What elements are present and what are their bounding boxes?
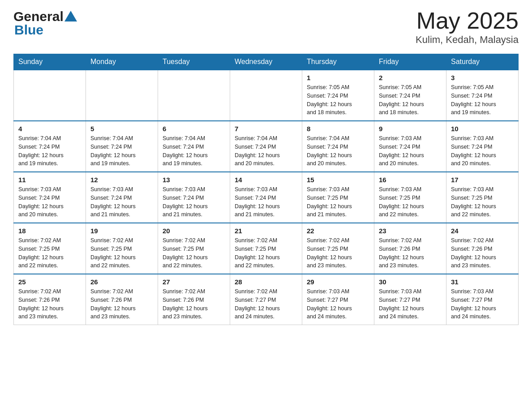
calendar-day-10: 10Sunrise: 7:03 AMSunset: 7:24 PMDayligh… <box>446 121 519 172</box>
day-number: 16 <box>379 176 442 184</box>
day-info: Sunrise: 7:04 AMSunset: 7:24 PMDaylight:… <box>163 134 225 168</box>
day-info: Sunrise: 7:04 AMSunset: 7:24 PMDaylight:… <box>90 134 153 168</box>
calendar-day-30: 30Sunrise: 7:03 AMSunset: 7:27 PMDayligh… <box>374 274 446 325</box>
logo: General Blue <box>13 9 77 38</box>
day-number: 31 <box>451 278 514 286</box>
day-number: 1 <box>307 74 369 81</box>
day-info: Sunrise: 7:05 AMSunset: 7:24 PMDaylight:… <box>451 83 514 117</box>
day-info: Sunrise: 7:02 AMSunset: 7:26 PMDaylight:… <box>18 287 81 321</box>
logo-blue-text: Blue <box>14 22 43 37</box>
day-info: Sunrise: 7:04 AMSunset: 7:24 PMDaylight:… <box>307 134 369 168</box>
calendar-day-16: 16Sunrise: 7:03 AMSunset: 7:25 PMDayligh… <box>374 172 446 223</box>
day-info: Sunrise: 7:02 AMSunset: 7:26 PMDaylight:… <box>451 236 514 270</box>
day-number: 6 <box>163 125 225 133</box>
day-info: Sunrise: 7:03 AMSunset: 7:25 PMDaylight:… <box>379 185 442 219</box>
day-number: 19 <box>90 227 153 235</box>
day-number: 25 <box>18 278 81 286</box>
day-number: 5 <box>90 125 153 133</box>
day-info: Sunrise: 7:04 AMSunset: 7:24 PMDaylight:… <box>18 134 81 168</box>
day-number: 13 <box>163 176 225 184</box>
day-info: Sunrise: 7:03 AMSunset: 7:27 PMDaylight:… <box>307 287 369 321</box>
day-number: 2 <box>379 74 442 81</box>
calendar-week-row: 18Sunrise: 7:02 AMSunset: 7:25 PMDayligh… <box>14 223 519 274</box>
calendar-day-20: 20Sunrise: 7:02 AMSunset: 7:25 PMDayligh… <box>158 223 230 274</box>
day-number: 29 <box>307 278 369 286</box>
weekday-header-saturday: Saturday <box>446 54 519 70</box>
day-info: Sunrise: 7:02 AMSunset: 7:25 PMDaylight:… <box>163 236 225 270</box>
calendar-day-26: 26Sunrise: 7:02 AMSunset: 7:26 PMDayligh… <box>86 274 158 325</box>
logo-triangle-icon <box>64 11 77 21</box>
calendar-day-6: 6Sunrise: 7:04 AMSunset: 7:24 PMDaylight… <box>158 121 230 172</box>
calendar-day-28: 28Sunrise: 7:02 AMSunset: 7:27 PMDayligh… <box>230 274 302 325</box>
calendar-day-13: 13Sunrise: 7:03 AMSunset: 7:24 PMDayligh… <box>158 172 230 223</box>
calendar-week-row: 11Sunrise: 7:03 AMSunset: 7:24 PMDayligh… <box>14 172 519 223</box>
day-number: 22 <box>307 227 369 235</box>
calendar-day-21: 21Sunrise: 7:02 AMSunset: 7:25 PMDayligh… <box>230 223 302 274</box>
day-info: Sunrise: 7:02 AMSunset: 7:25 PMDaylight:… <box>18 236 81 270</box>
calendar-day-5: 5Sunrise: 7:04 AMSunset: 7:24 PMDaylight… <box>86 121 158 172</box>
logo-general-text: General <box>13 9 64 24</box>
weekday-header-monday: Monday <box>86 54 158 70</box>
day-number: 30 <box>379 278 442 286</box>
day-number: 26 <box>90 278 153 286</box>
calendar-day-29: 29Sunrise: 7:03 AMSunset: 7:27 PMDayligh… <box>302 274 374 325</box>
calendar-day-3: 3Sunrise: 7:05 AMSunset: 7:24 PMDaylight… <box>446 70 519 121</box>
weekday-header-sunday: Sunday <box>14 54 86 70</box>
svg-marker-0 <box>64 11 77 21</box>
calendar-day-11: 11Sunrise: 7:03 AMSunset: 7:24 PMDayligh… <box>14 172 86 223</box>
day-info: Sunrise: 7:03 AMSunset: 7:24 PMDaylight:… <box>18 185 81 219</box>
day-number: 4 <box>18 125 81 133</box>
day-number: 20 <box>163 227 225 235</box>
weekday-header-row: SundayMondayTuesdayWednesdayThursdayFrid… <box>14 54 519 70</box>
weekday-header-friday: Friday <box>374 54 446 70</box>
day-number: 23 <box>379 227 442 235</box>
day-number: 3 <box>451 74 514 81</box>
calendar-day-14: 14Sunrise: 7:03 AMSunset: 7:24 PMDayligh… <box>230 172 302 223</box>
calendar-day-12: 12Sunrise: 7:03 AMSunset: 7:24 PMDayligh… <box>86 172 158 223</box>
title-area: May 2025 Kulim, Kedah, Malaysia <box>416 9 519 46</box>
day-info: Sunrise: 7:02 AMSunset: 7:25 PMDaylight:… <box>90 236 153 270</box>
page-header: General Blue May 2025 Kulim, Kedah, Mala… <box>13 9 519 46</box>
day-number: 27 <box>163 278 225 286</box>
calendar-day-18: 18Sunrise: 7:02 AMSunset: 7:25 PMDayligh… <box>14 223 86 274</box>
calendar-day-9: 9Sunrise: 7:03 AMSunset: 7:24 PMDaylight… <box>374 121 446 172</box>
calendar-day-24: 24Sunrise: 7:02 AMSunset: 7:26 PMDayligh… <box>446 223 519 274</box>
calendar-week-row: 4Sunrise: 7:04 AMSunset: 7:24 PMDaylight… <box>14 121 519 172</box>
calendar-day-23: 23Sunrise: 7:02 AMSunset: 7:26 PMDayligh… <box>374 223 446 274</box>
weekday-header-tuesday: Tuesday <box>158 54 230 70</box>
calendar-day-empty <box>86 70 158 121</box>
day-number: 14 <box>235 176 297 184</box>
day-info: Sunrise: 7:05 AMSunset: 7:24 PMDaylight:… <box>307 83 369 117</box>
day-info: Sunrise: 7:03 AMSunset: 7:24 PMDaylight:… <box>451 134 514 168</box>
calendar-day-empty <box>158 70 230 121</box>
calendar-day-2: 2Sunrise: 7:05 AMSunset: 7:24 PMDaylight… <box>374 70 446 121</box>
day-info: Sunrise: 7:04 AMSunset: 7:24 PMDaylight:… <box>235 134 297 168</box>
day-number: 7 <box>235 125 297 133</box>
calendar-day-22: 22Sunrise: 7:02 AMSunset: 7:25 PMDayligh… <box>302 223 374 274</box>
day-info: Sunrise: 7:03 AMSunset: 7:27 PMDaylight:… <box>379 287 442 321</box>
day-info: Sunrise: 7:02 AMSunset: 7:26 PMDaylight:… <box>379 236 442 270</box>
day-number: 9 <box>379 125 442 133</box>
day-info: Sunrise: 7:03 AMSunset: 7:24 PMDaylight:… <box>90 185 153 219</box>
day-number: 15 <box>307 176 369 184</box>
day-info: Sunrise: 7:03 AMSunset: 7:24 PMDaylight:… <box>163 185 225 219</box>
day-info: Sunrise: 7:03 AMSunset: 7:24 PMDaylight:… <box>379 134 442 168</box>
day-number: 12 <box>90 176 153 184</box>
calendar-day-1: 1Sunrise: 7:05 AMSunset: 7:24 PMDaylight… <box>302 70 374 121</box>
calendar-day-17: 17Sunrise: 7:03 AMSunset: 7:25 PMDayligh… <box>446 172 519 223</box>
day-number: 18 <box>18 227 81 235</box>
weekday-header-wednesday: Wednesday <box>230 54 302 70</box>
calendar-week-row: 1Sunrise: 7:05 AMSunset: 7:24 PMDaylight… <box>14 70 519 121</box>
day-number: 21 <box>235 227 297 235</box>
calendar-table: SundayMondayTuesdayWednesdayThursdayFrid… <box>13 54 519 325</box>
day-number: 11 <box>18 176 81 184</box>
day-info: Sunrise: 7:02 AMSunset: 7:27 PMDaylight:… <box>235 287 297 321</box>
day-info: Sunrise: 7:02 AMSunset: 7:25 PMDaylight:… <box>235 236 297 270</box>
day-info: Sunrise: 7:05 AMSunset: 7:24 PMDaylight:… <box>379 83 442 117</box>
month-title: May 2025 <box>416 9 519 32</box>
day-info: Sunrise: 7:03 AMSunset: 7:25 PMDaylight:… <box>451 185 514 219</box>
calendar-day-7: 7Sunrise: 7:04 AMSunset: 7:24 PMDaylight… <box>230 121 302 172</box>
day-number: 17 <box>451 176 514 184</box>
calendar-day-19: 19Sunrise: 7:02 AMSunset: 7:25 PMDayligh… <box>86 223 158 274</box>
calendar-day-4: 4Sunrise: 7:04 AMSunset: 7:24 PMDaylight… <box>14 121 86 172</box>
